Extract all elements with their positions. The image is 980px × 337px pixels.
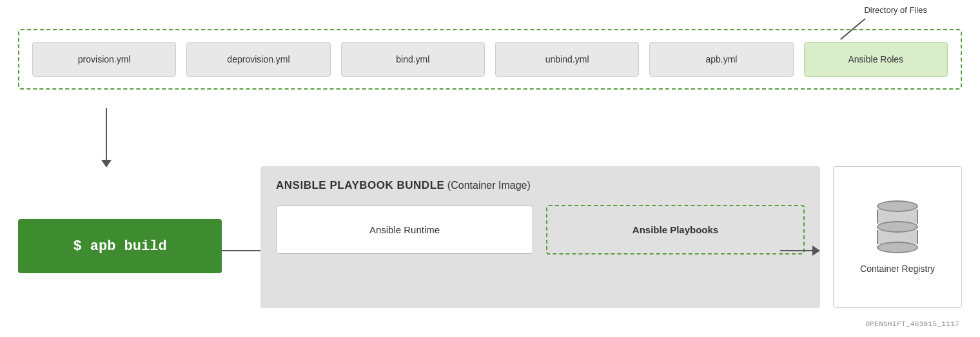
apb-inner: Ansible Runtime Ansible Playbooks: [276, 205, 805, 255]
apb-container-title: ANSIBLE PLAYBOOK BUNDLE (Container Image…: [276, 179, 805, 192]
database-icon: [877, 200, 918, 253]
file-deprovision: deprovision.yml: [186, 42, 330, 77]
db-mid: [877, 221, 918, 233]
db-bottom: [877, 242, 918, 253]
ansible-playbooks-box: Ansible Playbooks: [546, 205, 805, 255]
arrow-right-2-inner: [780, 246, 820, 256]
file-provision: provision.yml: [32, 42, 176, 77]
db-cylinder: [877, 200, 918, 253]
arrow-right-2: [780, 246, 820, 256]
apb-build-box: $ apb build: [18, 219, 222, 273]
file-unbind: unbind.yml: [495, 42, 639, 77]
directory-label: Directory of Files: [864, 5, 927, 15]
ansible-runtime-box: Ansible Runtime: [276, 206, 533, 254]
ansible-playbooks-label: Ansible Playbooks: [632, 224, 718, 235]
arrow-down: [101, 108, 112, 168]
file-ansible-roles: Ansible Roles: [804, 42, 948, 77]
arrow-right-2-head: [812, 246, 820, 256]
registry-label: Container Registry: [860, 264, 935, 274]
apb-container: ANSIBLE PLAYBOOK BUNDLE (Container Image…: [260, 166, 820, 308]
ansible-runtime-label: Ansible Runtime: [369, 224, 440, 235]
db-top: [877, 200, 918, 212]
apb-title-normal: (Container Image): [444, 180, 530, 191]
arrow-right-2-line: [780, 250, 812, 251]
file-apbyml: apb.yml: [649, 42, 793, 77]
arrow-down-line: [106, 108, 107, 160]
apb-title-bold: ANSIBLE PLAYBOOK BUNDLE: [276, 179, 444, 191]
file-bind: bind.yml: [341, 42, 485, 77]
apb-build-label: $ apb build: [73, 238, 166, 255]
registry-container: Container Registry: [833, 166, 962, 308]
diagram-container: Directory of Files provision.yml deprovi…: [0, 0, 980, 337]
image-reference: OPENSHIFT_463015_1117: [865, 320, 959, 328]
files-container: provision.yml deprovision.yml bind.yml u…: [18, 29, 962, 90]
arrow-down-head: [101, 160, 112, 168]
arrow-right-1-line: [222, 250, 260, 251]
